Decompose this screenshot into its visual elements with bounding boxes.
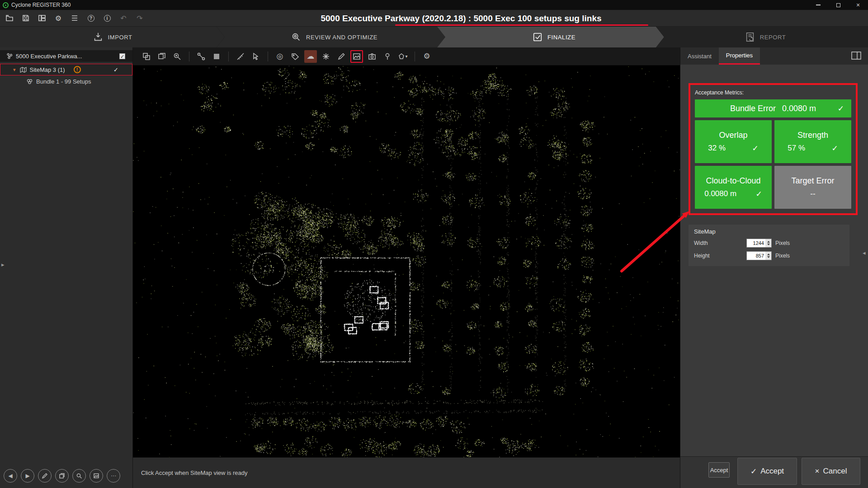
image-tile-icon — [212, 52, 221, 61]
viewport-toolbar: ◎ ☁ ▾ ⚙ — [133, 47, 680, 66]
panel-tabs: Assistant Properties — [680, 47, 868, 65]
stepper-up-icon[interactable] — [767, 241, 770, 243]
cursor-icon — [251, 52, 260, 61]
tree-item-sitemap[interactable]: ▾ SiteMap 3 (1) ! ✓ — [0, 64, 132, 75]
tab-review-and-optimize[interactable]: REVIEW AND OPTIMIZE — [217, 27, 445, 47]
link-settings-tool[interactable]: ⚙ — [420, 50, 433, 63]
accept-button[interactable]: ✓ Accept — [737, 458, 797, 485]
right-panel-collapse-handle[interactable]: ◂ — [863, 249, 866, 256]
cloud-icon: ☁ — [307, 52, 315, 61]
measure-tool[interactable] — [234, 50, 247, 63]
pointcloud-viewport[interactable] — [133, 66, 680, 457]
zoom-window-icon — [173, 52, 182, 61]
tab-assistant[interactable]: Assistant — [680, 47, 719, 65]
height-stepper[interactable] — [765, 252, 771, 260]
accept-button-label: Accept — [760, 467, 784, 476]
log-button[interactable] — [68, 12, 81, 24]
cloud-to-cloud-tile: Cloud-to-Cloud 0.0080 m ✓ — [695, 166, 772, 209]
width-stepper[interactable] — [765, 239, 771, 247]
minimize-button[interactable] — [808, 0, 828, 10]
zoom-window-tool[interactable] — [171, 50, 184, 63]
properties-panel: Assistant Properties Acceptance Metrics:… — [680, 47, 868, 488]
panes-icon — [38, 14, 46, 22]
accept-small-button[interactable]: Accept — [708, 462, 730, 478]
stepper-down-icon[interactable] — [767, 256, 770, 258]
tab-import[interactable]: IMPORT — [0, 27, 225, 47]
expander-icon[interactable]: ▾ — [13, 67, 16, 73]
polygon-icon — [398, 53, 405, 60]
tag-tool[interactable] — [289, 50, 302, 63]
left-panel-collapse-handle[interactable]: ▸ — [1, 261, 5, 268]
app-window: Cyclone REGISTER 360 × ⚙ ? i ↶ ↷ 5000 Ex… — [0, 0, 868, 488]
stepper-up-icon[interactable] — [767, 253, 770, 255]
warning-icon: ! — [74, 66, 81, 73]
nav-back-button[interactable]: ◀ — [4, 469, 17, 483]
review-icon — [291, 32, 302, 42]
burst-tool[interactable] — [320, 50, 332, 63]
tree-item-bundle-label: Bundle 1 - 99 Setups — [36, 78, 91, 85]
annotate-tool[interactable] — [335, 50, 348, 63]
target-tool[interactable]: ◎ — [274, 50, 286, 63]
tree-item-bundle[interactable]: Bundle 1 - 99 Setups — [0, 75, 132, 87]
sitemap-icon — [20, 67, 27, 73]
shapes-dropdown[interactable]: ▾ — [396, 50, 409, 63]
toolbar-separator — [268, 52, 268, 61]
sitemap-width-row: Width Pixels — [694, 239, 844, 248]
info-button[interactable]: i — [100, 12, 114, 24]
cancel-button[interactable]: × Cancel — [802, 458, 860, 485]
zoom-button[interactable] — [72, 469, 86, 483]
cancel-button-label: Cancel — [823, 467, 847, 476]
image-tile-tool[interactable] — [210, 50, 223, 63]
overlap-value: 32 % — [708, 144, 726, 153]
acceptance-metrics-annotated-box: Acceptance Metrics: Bundle Error 0.0080 … — [689, 83, 858, 215]
close-button[interactable]: × — [848, 0, 868, 10]
duplicate-button[interactable] — [55, 469, 69, 483]
sync-views-tool[interactable] — [140, 50, 153, 63]
info-icon: i — [104, 15, 111, 22]
tab-properties[interactable]: Properties — [719, 47, 760, 65]
clone-view-icon — [157, 52, 166, 61]
link-tool[interactable] — [195, 50, 208, 63]
ellipsis-icon: ⋯ — [111, 473, 116, 479]
pencil-icon — [42, 473, 48, 479]
redo-button[interactable]: ↷ — [133, 12, 146, 24]
help-button[interactable]: ? — [84, 12, 98, 24]
edit-button[interactable] — [38, 469, 52, 483]
tab-import-label: IMPORT — [108, 34, 132, 41]
tree-item-project[interactable]: 5000 Executive Parkwa... ✓ — [0, 50, 132, 62]
strength-value: 57 % — [788, 144, 805, 153]
tab-finalize[interactable]: FINALIZE — [437, 27, 664, 47]
camera-tool[interactable] — [366, 50, 378, 63]
redo-icon: ↷ — [137, 14, 142, 23]
bundle-error-value: 0.0080 m — [782, 104, 816, 113]
width-label: Width — [694, 240, 746, 246]
play-icon: ▶ — [25, 473, 29, 479]
pin-tool[interactable] — [381, 50, 394, 63]
maximize-button[interactable] — [828, 0, 848, 10]
undo-button[interactable]: ↶ — [117, 12, 130, 24]
open-project-button[interactable] — [3, 12, 16, 24]
help-icon: ? — [88, 15, 94, 22]
layout-toggle-button[interactable] — [851, 51, 862, 62]
status-message: Click Accept when SiteMap view is ready — [141, 469, 248, 476]
clone-view-tool[interactable] — [156, 50, 168, 63]
sitemap-image-tool[interactable] — [350, 50, 363, 63]
save-project-button[interactable] — [19, 12, 33, 24]
gear-icon: ⚙ — [55, 14, 61, 23]
pick-tool[interactable] — [250, 50, 262, 63]
viewport-status-bar: Click Accept when SiteMap view is ready — [133, 457, 680, 488]
point-cloud-tool[interactable]: ☁ — [304, 50, 317, 63]
sitemap-check-icon[interactable]: ✓ — [113, 66, 118, 73]
nav-play-button[interactable]: ▶ — [21, 469, 34, 483]
list-icon — [71, 14, 79, 22]
frame-image-icon — [352, 52, 361, 61]
cloud-to-cloud-label: Cloud-to-Cloud — [706, 176, 760, 186]
snapshot-button[interactable] — [90, 469, 103, 483]
panes-button[interactable] — [35, 12, 49, 24]
more-button[interactable]: ⋯ — [107, 469, 120, 483]
project-checkbox[interactable]: ✓ — [119, 53, 125, 59]
pen-icon — [337, 52, 346, 61]
tab-report[interactable]: REPORT — [656, 27, 868, 47]
settings-button[interactable]: ⚙ — [52, 12, 65, 24]
stepper-down-icon[interactable] — [767, 244, 770, 245]
